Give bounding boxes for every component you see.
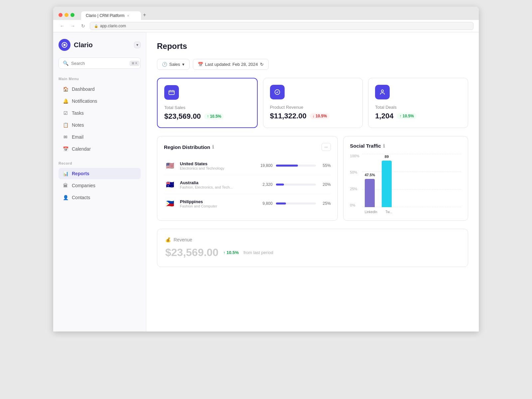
sidebar-item-tasks[interactable]: ☑ Tasks xyxy=(59,107,141,119)
sidebar-item-calendar[interactable]: 📅 Calendar xyxy=(59,143,141,155)
sidebar-header: Clario ▾ xyxy=(59,39,141,51)
workspace-dropdown[interactable]: ▾ xyxy=(134,42,141,48)
lock-icon: 🔒 xyxy=(94,24,98,28)
sidebar-item-label: Calendar xyxy=(72,146,91,152)
region-row: 🇦🇺 Australia Fashion, Electronics, and T… xyxy=(164,175,331,194)
search-icon: 🔍 xyxy=(63,61,68,66)
tab-title: Clario | CRM Platform xyxy=(86,13,124,18)
total-sales-icon xyxy=(164,85,179,100)
main-menu-label: Main Menu xyxy=(59,77,141,81)
twitter-label: Tw... xyxy=(384,210,394,214)
linkedin-bar xyxy=(365,179,375,207)
y-label: 25% xyxy=(350,187,359,191)
clock-icon: 🕐 xyxy=(162,62,167,67)
charts-row: Region Distribution ℹ ··· 🇺🇸 United Stat… xyxy=(157,136,468,221)
ph-flag: 🇵🇭 xyxy=(164,198,176,209)
kpi-label: Total Sales xyxy=(164,105,250,110)
region-percent: 25% xyxy=(319,201,331,206)
new-tab-button[interactable]: + xyxy=(141,10,148,20)
sidebar-item-label: Dashboard xyxy=(72,86,95,92)
kpi-label: Product Revenue xyxy=(270,105,356,110)
region-row: 🇵🇭 Philippines Fashion and Computer 9,80… xyxy=(164,194,331,213)
refresh-icon: ↻ xyxy=(260,62,264,67)
bar-linkedin: 47.5% xyxy=(365,173,375,207)
minimize-window-button[interactable] xyxy=(65,13,68,17)
sidebar-item-label: Notifications xyxy=(72,98,97,104)
sidebar-item-contacts[interactable]: 👤 Contacts xyxy=(59,192,141,203)
maximize-window-button[interactable] xyxy=(70,13,74,17)
forward-button[interactable]: → xyxy=(69,23,76,29)
window-controls xyxy=(59,13,74,17)
region-row: 🇺🇸 United States Electronics and Technol… xyxy=(164,156,331,175)
date-label: Last updated: Feb 28, 2024 xyxy=(205,62,258,67)
region-name: Philippines xyxy=(180,199,252,204)
filter-dropdown-button[interactable]: 🕐 Sales ▾ xyxy=(157,59,190,70)
region-info: Philippines Fashion and Computer xyxy=(180,199,252,208)
region-distribution-card: Region Distribution ℹ ··· 🇺🇸 United Stat… xyxy=(157,136,338,221)
close-window-button[interactable] xyxy=(59,13,63,17)
y-label: 100% xyxy=(350,154,359,158)
sidebar-item-notes[interactable]: 📋 Notes xyxy=(59,119,141,131)
progress-bar xyxy=(276,165,316,167)
search-box[interactable]: 🔍 ⌘ K xyxy=(59,58,141,69)
total-deals-icon xyxy=(375,85,390,99)
companies-icon: 🏛 xyxy=(63,183,68,188)
calendar-icon: 📅 xyxy=(63,146,68,152)
region-sub: Fashion and Computer xyxy=(180,204,252,208)
y-label: 0% xyxy=(350,203,359,207)
sidebar-item-email[interactable]: ✉ Email xyxy=(59,131,141,143)
revenue-label: Revenue xyxy=(174,237,192,242)
svg-point-4 xyxy=(381,90,383,92)
kpi-badge: ↓ 10.5% xyxy=(310,113,330,119)
bar-value: 47.5% xyxy=(365,173,375,177)
page-title: Reports xyxy=(157,42,468,51)
info-icon: ℹ xyxy=(383,143,385,149)
x-axis-labels: LinkedIn Tw... xyxy=(362,210,461,214)
social-traffic-card: Social Traffic ℹ 100% 50% 25% 0% xyxy=(343,136,468,221)
region-info: United States Electronics and Technology xyxy=(180,161,252,170)
sidebar-item-reports[interactable]: 📊 Reports xyxy=(59,168,141,179)
sidebar-item-notifications[interactable]: 🔔 Notifications xyxy=(59,95,141,107)
main-menu-section: Main Menu 🏠 Dashboard 🔔 Notifications ☑ … xyxy=(59,77,141,155)
twitter-bar xyxy=(382,161,392,207)
address-input[interactable]: 🔒 app.clario.com xyxy=(90,22,473,30)
more-options-button[interactable]: ··· xyxy=(322,143,331,151)
region-name: United States xyxy=(180,161,252,166)
date-button[interactable]: 📅 Last updated: Feb 28, 2024 ↻ xyxy=(193,59,269,70)
us-flag: 🇺🇸 xyxy=(164,160,176,172)
sidebar-item-dashboard[interactable]: 🏠 Dashboard xyxy=(59,83,141,95)
revenue-badge: ↑ 10.5% xyxy=(223,250,239,255)
sidebar-item-label: Companies xyxy=(72,183,95,188)
search-input[interactable] xyxy=(71,61,127,66)
kpi-badge: ↑ 10.5% xyxy=(397,113,416,119)
region-stats: 9,800 25% xyxy=(256,201,331,206)
bell-icon: 🔔 xyxy=(63,98,68,104)
linkedin-label: LinkedIn xyxy=(365,210,377,214)
deals-svg xyxy=(379,88,386,96)
info-icon: ℹ xyxy=(212,144,214,150)
sidebar-item-companies[interactable]: 🏛 Companies xyxy=(59,180,141,191)
logo-svg xyxy=(61,42,68,48)
bars-container: 47.5% 89 xyxy=(362,154,461,207)
kpi-card-total-sales[interactable]: Total Sales $23,569.00 ↑ 10.5% xyxy=(157,78,258,128)
notes-icon: 📋 xyxy=(63,122,68,128)
bar-value: 89 xyxy=(385,155,389,159)
active-tab[interactable]: Clario | CRM Platform × xyxy=(81,11,141,20)
progress-bar xyxy=(276,202,316,204)
region-value: 2,320 xyxy=(256,182,273,187)
progress-bar xyxy=(276,184,316,186)
kpi-card-product-revenue[interactable]: Product Revenue $11,322.00 ↓ 10.5% xyxy=(263,78,363,128)
toolbar: 🕐 Sales ▾ 📅 Last updated: Feb 28, 2024 ↻ xyxy=(157,59,468,70)
tab-close-button[interactable]: × xyxy=(127,14,129,18)
au-flag: 🇦🇺 xyxy=(164,179,176,191)
kpi-card-total-deals[interactable]: Total Deals 1,204 ↑ 10.5% xyxy=(368,78,468,128)
region-stats: 2,320 20% xyxy=(256,182,331,187)
region-sub: Fashion, Electronics, and Tech... xyxy=(180,185,252,189)
email-icon: ✉ xyxy=(63,134,68,140)
refresh-button[interactable]: ↻ xyxy=(80,23,86,29)
revenue-period: from last period xyxy=(243,250,273,255)
app-name: Clario xyxy=(74,41,93,49)
back-button[interactable]: ← xyxy=(59,23,66,29)
region-percent: 20% xyxy=(319,182,331,187)
region-value: 9,800 xyxy=(256,201,273,206)
